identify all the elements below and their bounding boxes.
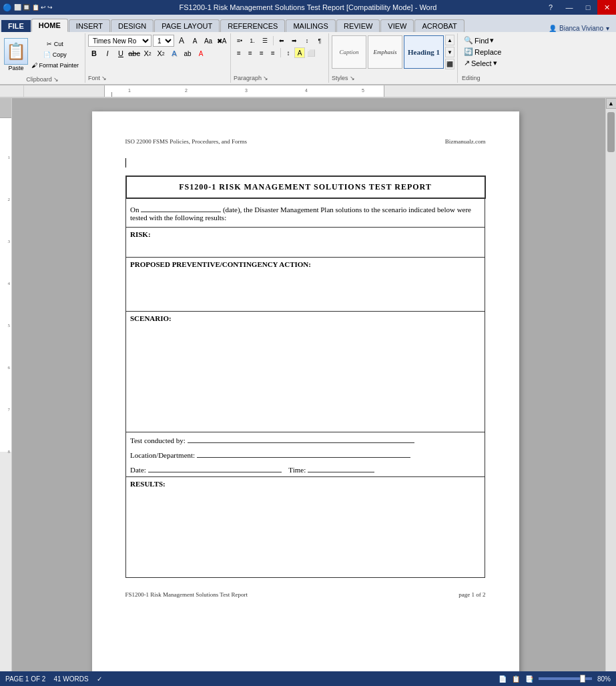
- maximize-button[interactable]: □: [579, 0, 597, 15]
- underline-button[interactable]: U: [115, 47, 127, 59]
- conducted-field[interactable]: [188, 435, 414, 443]
- header-right: Bizmanualz.com: [445, 138, 486, 145]
- tab-acrobat[interactable]: ACROBAT: [414, 19, 464, 32]
- scenario-content[interactable]: [130, 322, 481, 429]
- help-button[interactable]: ?: [541, 0, 560, 15]
- find-arrow: ▾: [490, 36, 494, 45]
- ruler-page-area: 1 2 3 4 5: [104, 85, 384, 97]
- font-color-button[interactable]: A: [195, 47, 207, 59]
- format-painter-button[interactable]: 🖌 Format Painter: [29, 61, 81, 70]
- sort-button[interactable]: ↕: [301, 35, 313, 47]
- subscript-button[interactable]: X2: [141, 47, 153, 59]
- style-heading1[interactable]: Heading 1: [404, 35, 444, 69]
- proposed-cell[interactable]: PROPOSED PREVENTIVE/CONTINGENCY ACTION:: [126, 258, 485, 312]
- cut-button[interactable]: ✂ Cut: [29, 39, 81, 49]
- italic-button[interactable]: I: [101, 47, 113, 59]
- location-field[interactable]: [197, 450, 410, 458]
- user-icon: 👤: [549, 25, 557, 32]
- text-effects-button[interactable]: A: [168, 47, 180, 59]
- view-icon-1[interactable]: 📄: [499, 675, 507, 683]
- styles-up-button[interactable]: ▲: [445, 35, 454, 45]
- text-highlight-button[interactable]: ab: [182, 47, 194, 59]
- risk-cell[interactable]: RISK:: [126, 228, 485, 258]
- align-center-button[interactable]: ≡: [245, 47, 256, 58]
- copy-button[interactable]: 📄 Copy: [29, 50, 81, 59]
- scroll-up-button[interactable]: ▲: [606, 98, 617, 109]
- multilevel-list-button[interactable]: ☰: [259, 35, 271, 47]
- decrease-indent-button[interactable]: ⬅: [276, 35, 288, 47]
- bold-button[interactable]: B: [88, 47, 100, 59]
- tab-review[interactable]: REVIEW: [336, 19, 380, 32]
- numbering-button[interactable]: 1.: [246, 35, 258, 47]
- results-row: RESULTS:: [126, 477, 485, 578]
- tab-mailings[interactable]: MAILINGS: [286, 19, 336, 32]
- tab-page-layout[interactable]: PAGE LAYOUT: [154, 19, 220, 32]
- page-footer: FS1200-1 Risk Management Solutions Test …: [125, 591, 486, 598]
- scrollbar-thumb[interactable]: [607, 112, 615, 152]
- change-case-button[interactable]: Aa: [202, 35, 214, 47]
- conducted-cell[interactable]: Test conducted by:: [126, 432, 485, 448]
- date-input-field[interactable]: [148, 464, 282, 472]
- show-formatting-button[interactable]: ¶: [314, 35, 326, 47]
- datetime-cell[interactable]: Date: Time:: [126, 462, 485, 477]
- bullets-button[interactable]: ≡•: [234, 35, 246, 47]
- find-button[interactable]: 🔍 Find ▾: [462, 35, 507, 46]
- risk-content[interactable]: [130, 238, 481, 252]
- styles-dialog-launcher[interactable]: ↘: [350, 75, 355, 81]
- align-right-button[interactable]: ≡: [256, 47, 267, 58]
- select-button[interactable]: ↗ Select ▾: [462, 57, 507, 69]
- vertical-scrollbar[interactable]: ▲ ▼: [605, 98, 616, 686]
- clear-format-button[interactable]: ✖A: [216, 35, 228, 47]
- para-dialog-launcher[interactable]: ↘: [263, 75, 268, 81]
- zoom-slider[interactable]: [539, 677, 592, 680]
- tab-references[interactable]: REFERENCES: [220, 19, 285, 32]
- conducted-label: Test conducted by:: [130, 436, 186, 444]
- paste-button[interactable]: 📋 Paste: [4, 38, 28, 71]
- close-button[interactable]: ✕: [597, 0, 616, 15]
- tab-design[interactable]: DESIGN: [111, 19, 153, 32]
- clipboard-arrow[interactable]: ↘: [53, 76, 59, 83]
- view-icon-2[interactable]: 📋: [512, 675, 520, 683]
- styles-down-button[interactable]: ▼: [445, 47, 454, 57]
- tab-insert[interactable]: INSERT: [69, 19, 110, 32]
- shading-button[interactable]: A: [294, 47, 305, 58]
- font-size-dropdown[interactable]: 12: [153, 35, 174, 47]
- font-dialog-launcher[interactable]: ↘: [101, 75, 107, 81]
- intro-cell[interactable]: On (date), the Disaster Management Plan …: [126, 198, 485, 228]
- results-content[interactable]: [130, 488, 481, 575]
- time-input-field[interactable]: [308, 464, 374, 472]
- tab-home[interactable]: HOME: [31, 19, 68, 32]
- superscript-button[interactable]: X2: [155, 47, 167, 59]
- scenario-cell[interactable]: SCENARIO:: [126, 312, 485, 432]
- clipboard-section: 📋 Paste ✂ Cut 📄 Copy 🖌 Format Painter Cl…: [0, 33, 85, 83]
- v-ruler-marks: 1 2 3 4 5 6 7 8: [8, 118, 11, 454]
- increase-indent-button[interactable]: ➡: [288, 35, 300, 47]
- grow-font-button[interactable]: A: [176, 35, 188, 47]
- justify-button[interactable]: ≡: [268, 47, 278, 58]
- align-left-button[interactable]: ≡: [234, 47, 244, 58]
- title-bar-text: FS1200-1 Risk Management Solutions Test …: [180, 3, 437, 11]
- shrink-font-button[interactable]: A: [189, 35, 201, 47]
- font-name-dropdown[interactable]: Times New Ro: [88, 35, 151, 47]
- ruler-indent-marker: [111, 92, 112, 97]
- border-button[interactable]: ⬜: [306, 47, 316, 58]
- title-bar-controls[interactable]: ? — □ ✕: [541, 0, 616, 15]
- style-emphasis[interactable]: Emphasis: [368, 35, 402, 69]
- tab-file[interactable]: FILE: [1, 20, 31, 32]
- style-caption[interactable]: Caption: [332, 35, 366, 69]
- view-icon-3[interactable]: 📑: [525, 675, 533, 683]
- results-cell[interactable]: RESULTS:: [126, 477, 485, 578]
- styles-more-button[interactable]: ⬛: [445, 59, 454, 69]
- strikethrough-button[interactable]: abc: [128, 47, 140, 59]
- proposed-content[interactable]: [130, 268, 481, 308]
- styles-row: Caption Emphasis Heading 1 ▲ ▼ ⬛: [332, 35, 454, 69]
- cursor-area[interactable]: [125, 158, 486, 169]
- minimize-button[interactable]: —: [560, 0, 579, 15]
- location-cell[interactable]: Location/Department:: [126, 447, 485, 462]
- tab-view[interactable]: VIEW: [380, 19, 414, 32]
- replace-button[interactable]: 🔄 Replace: [462, 46, 507, 57]
- line-spacing-button[interactable]: ↕: [283, 47, 294, 58]
- date-field[interactable]: [141, 204, 221, 212]
- zoom-thumb[interactable]: [580, 675, 585, 683]
- styles-label: Styles ↘: [332, 73, 454, 81]
